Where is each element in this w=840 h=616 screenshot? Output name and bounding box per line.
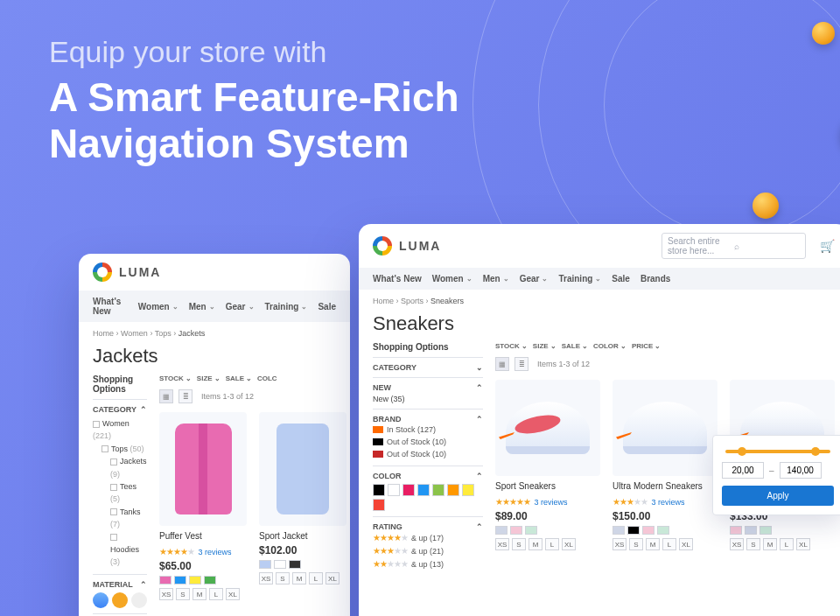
category-tree-item[interactable]: Tops (50) [93, 443, 147, 455]
rating-filter-item[interactable]: ★★★★★& up (17) [373, 531, 483, 544]
filter-option[interactable]: New (35) [373, 392, 483, 403]
size-option[interactable]: S [176, 588, 190, 600]
category-tree-item[interactable]: Tanks (7) [93, 506, 147, 531]
size-option[interactable]: XL [326, 572, 340, 584]
size-option[interactable]: M [763, 538, 777, 550]
size-option[interactable]: XS [259, 572, 273, 584]
product-swatch[interactable] [259, 560, 271, 569]
product-swatch[interactable] [174, 576, 186, 584]
size-option[interactable]: M [292, 572, 306, 584]
sort-option[interactable]: SALE ⌄ [226, 374, 252, 382]
size-option[interactable]: S [746, 538, 760, 550]
collapse-icon[interactable]: ⌃ [476, 472, 483, 480]
color-swatch[interactable] [373, 484, 385, 496]
brand-filter-item[interactable]: Out of Stock (10) [373, 436, 483, 448]
size-option[interactable]: XL [226, 588, 240, 600]
brand-filter-item[interactable]: Out of Stock (10) [373, 448, 483, 460]
size-option[interactable]: L [309, 572, 323, 584]
nav-item[interactable]: Men⌄ [189, 302, 215, 312]
color-swatch[interactable] [432, 484, 444, 496]
product-swatch[interactable] [612, 526, 625, 535]
product-swatch[interactable] [510, 526, 522, 535]
price-slider[interactable] [725, 450, 830, 453]
list-view-icon[interactable]: ≣ [178, 389, 192, 403]
rating-filter-item[interactable]: ★★★★★& up (13) [373, 557, 483, 570]
size-option[interactable]: M [646, 538, 660, 550]
color-swatch[interactable] [388, 484, 400, 496]
nav-item[interactable]: Training⌄ [265, 302, 308, 312]
color-swatch[interactable] [462, 484, 474, 496]
product-card[interactable]: Sport Jacket $102.00 XSSMLXL [259, 412, 346, 600]
material-swatch[interactable] [131, 592, 147, 608]
color-swatch[interactable] [417, 484, 430, 496]
search-input[interactable]: Search entire store here... ⌕ [662, 233, 806, 259]
size-option[interactable]: S [276, 572, 290, 584]
grid-view-icon[interactable]: ▦ [159, 389, 173, 403]
reviews-link[interactable]: 3 reviews [651, 498, 684, 507]
nav-item[interactable]: Training⌄ [558, 274, 601, 284]
nav-item[interactable]: Sale [318, 302, 336, 312]
price-max-input[interactable] [780, 462, 822, 479]
collapse-icon[interactable]: ⌃ [140, 405, 147, 414]
size-option[interactable]: XL [562, 538, 576, 550]
nav-item[interactable]: Men⌄ [483, 274, 509, 284]
collapse-icon[interactable]: ⌃ [140, 580, 147, 589]
nav-item[interactable]: Sale [612, 274, 630, 284]
collapse-icon[interactable]: ⌃ [476, 522, 483, 531]
product-card[interactable]: Puffer Vest ★★★★★ 3 reviews $65.00 XSSML… [159, 412, 247, 600]
sort-option[interactable]: STOCK ⌄ [495, 342, 528, 350]
sort-option[interactable]: COLC [257, 374, 277, 382]
sort-option[interactable]: SIZE ⌄ [197, 374, 220, 382]
chevron-down-icon[interactable]: ⌄ [476, 363, 483, 372]
size-option[interactable]: L [209, 588, 223, 600]
nav-item[interactable]: Women⌄ [432, 274, 472, 284]
product-swatch[interactable] [627, 526, 640, 535]
product-swatch[interactable] [495, 526, 508, 535]
nav-item[interactable]: What's New [93, 297, 128, 316]
cart-icon[interactable]: 🛒 [820, 239, 835, 253]
collapse-icon[interactable]: ⌃ [476, 415, 483, 424]
size-option[interactable]: M [528, 538, 542, 550]
rating-filter-item[interactable]: ★★★★★& up (21) [373, 544, 483, 557]
category-tree-item[interactable]: Jackets (9) [93, 455, 147, 480]
size-option[interactable]: L [545, 538, 559, 550]
grid-view-icon[interactable]: ▦ [495, 357, 509, 371]
nav-item[interactable]: Gear⌄ [226, 302, 255, 312]
sort-option[interactable]: SIZE ⌄ [533, 342, 556, 350]
color-swatch[interactable] [447, 484, 459, 496]
product-swatch[interactable] [159, 576, 172, 584]
reviews-link[interactable]: 3 reviews [198, 548, 231, 556]
product-swatch[interactable] [274, 560, 286, 569]
category-tree-item[interactable]: Women (221) [93, 417, 147, 443]
product-card[interactable]: Sport Sneakers ★★★★★ 3 reviews $89.00 XS… [495, 380, 600, 550]
sort-option[interactable]: PRICE ⌄ [632, 342, 661, 350]
size-option[interactable]: XS [730, 538, 744, 550]
product-swatch[interactable] [204, 576, 216, 584]
size-option[interactable]: M [192, 588, 206, 600]
color-swatch[interactable] [373, 499, 385, 511]
nav-item[interactable]: What's New [373, 274, 422, 284]
product-swatch[interactable] [525, 526, 537, 535]
product-swatch[interactable] [760, 526, 772, 535]
color-swatch[interactable] [402, 484, 415, 496]
category-tree-item[interactable]: Hoodies (3) [93, 531, 147, 569]
size-option[interactable]: L [780, 538, 794, 550]
size-option[interactable]: XS [495, 538, 509, 550]
size-option[interactable]: XL [679, 538, 693, 550]
nav-item[interactable]: Women⌄ [138, 302, 178, 312]
sort-option[interactable]: COLOR ⌄ [593, 342, 626, 350]
category-tree-item[interactable]: Tees (5) [93, 480, 147, 506]
product-swatch[interactable] [189, 576, 201, 584]
reviews-link[interactable]: 3 reviews [534, 498, 567, 507]
apply-button[interactable]: Apply [722, 486, 834, 506]
product-swatch[interactable] [730, 526, 742, 535]
nav-item[interactable]: Gear⌄ [520, 274, 549, 284]
material-swatch[interactable] [112, 592, 128, 608]
product-swatch[interactable] [289, 560, 301, 569]
product-card[interactable]: Ultra Modern Sneakers ★★★★★ 3 reviews $1… [612, 380, 718, 550]
product-swatch[interactable] [745, 526, 757, 535]
list-view-icon[interactable]: ≣ [514, 357, 528, 371]
sort-option[interactable]: SALE ⌄ [562, 342, 588, 350]
size-option[interactable]: S [629, 538, 643, 550]
product-swatch[interactable] [642, 526, 654, 535]
